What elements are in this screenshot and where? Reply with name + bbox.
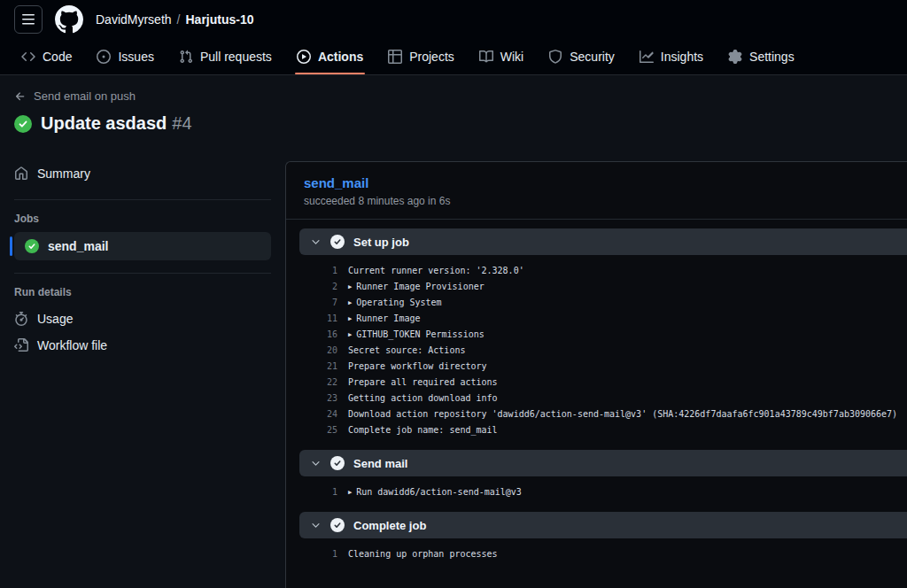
log-section-header[interactable]: Set up job	[299, 228, 907, 255]
tab-projects[interactable]: Projects	[379, 39, 463, 74]
log-section-title: Set up job	[353, 236, 409, 249]
back-to-workflow-link[interactable]: Send email on push	[14, 89, 271, 103]
hamburger-menu-button[interactable]	[14, 5, 43, 34]
tab-actions[interactable]: Actions	[288, 39, 372, 74]
sidebar-item-label: Summary	[37, 166, 90, 181]
run-title: Update asdasd	[41, 113, 167, 134]
log-section: Complete job 1Cleaning up orphan process…	[286, 512, 907, 574]
run-status-success-icon	[14, 115, 32, 133]
jobs-heading: Jobs	[14, 213, 271, 225]
expand-group-icon[interactable]: ▶	[348, 315, 352, 322]
step-success-icon	[330, 235, 345, 249]
line-number[interactable]: 7	[286, 298, 337, 307]
tab-wiki[interactable]: Wiki	[470, 39, 532, 74]
line-number[interactable]: 22	[286, 377, 337, 387]
home-icon	[14, 166, 28, 181]
code-icon	[21, 50, 35, 64]
tab-security[interactable]: Security	[539, 39, 624, 74]
tab-code[interactable]: Code	[12, 39, 81, 74]
line-number[interactable]: 1	[286, 549, 337, 559]
log-section: Set up job 1Current runner version: '2.3…	[286, 228, 907, 450]
log-text: ▶GITHUB_TOKEN Permissions	[348, 329, 485, 339]
line-number[interactable]: 21	[286, 361, 337, 371]
line-number[interactable]: 1	[286, 487, 337, 497]
line-number[interactable]: 23	[286, 393, 337, 403]
log-line: 20Secret source: Actions	[286, 342, 907, 358]
sidebar-item-label: Usage	[37, 312, 73, 326]
expand-group-icon[interactable]: ▶	[348, 283, 352, 290]
tab-label: Actions	[318, 50, 363, 64]
tab-issues[interactable]: Issues	[88, 39, 162, 74]
line-number[interactable]: 24	[286, 409, 337, 419]
sidebar-job-send-mail[interactable]: send_mail	[14, 232, 271, 260]
line-number[interactable]: 25	[286, 425, 337, 435]
log-line: 11▶Runner Image	[286, 310, 907, 326]
expand-group-icon[interactable]: ▶	[348, 489, 352, 496]
three-bars-icon	[21, 12, 35, 27]
log-text: ▶Run dawidd6/action-send-mail@v3	[348, 487, 522, 497]
sidebar-item-workflow-file[interactable]: Workflow file	[14, 332, 271, 359]
log-section: Send mail 1▶Run dawidd6/action-send-mail…	[286, 450, 907, 512]
log-text: Getting action download info	[348, 393, 498, 403]
sidebar-item-label: Workflow file	[37, 338, 107, 352]
log-sections: Set up job 1Current runner version: '2.3…	[286, 220, 907, 574]
job-title-link[interactable]: send_mail	[304, 175, 368, 190]
log-section-lines: 1▶Run dawidd6/action-send-mail@v3	[286, 476, 907, 512]
github-logo-icon[interactable]	[55, 5, 83, 34]
sidebar-item-summary[interactable]: Summary	[14, 160, 271, 187]
log-text: Prepare all required actions	[348, 377, 498, 387]
expand-group-icon[interactable]: ▶	[348, 331, 352, 338]
graph-icon	[640, 50, 654, 64]
line-number[interactable]: 2	[286, 282, 337, 291]
repo-nav: Code Issues Pull requests Actions Projec…	[0, 39, 907, 75]
log-section-header[interactable]: Send mail	[299, 450, 907, 476]
main-area: send_mail succeeded 8 minutes ago in 6s …	[285, 75, 907, 588]
tab-label: Settings	[749, 50, 795, 64]
play-icon	[297, 50, 311, 64]
stopwatch-icon	[14, 312, 28, 326]
tab-label: Insights	[661, 50, 703, 64]
tab-settings[interactable]: Settings	[719, 39, 803, 74]
log-section-header[interactable]: Complete job	[299, 512, 907, 538]
tab-label: Projects	[409, 50, 454, 64]
log-section-lines: 1Cleaning up orphan processes	[286, 538, 907, 574]
log-line: 22Prepare all required actions	[286, 374, 907, 390]
line-number[interactable]: 11	[286, 313, 337, 323]
log-text: ▶Runner Image	[348, 313, 420, 323]
expand-group-icon[interactable]: ▶	[348, 299, 352, 306]
log-line: 1Cleaning up orphan processes	[286, 545, 907, 561]
log-line: 25Complete job name: send_mail	[286, 422, 907, 437]
log-text: Cleaning up orphan processes	[348, 549, 498, 559]
tab-pull-requests[interactable]: Pull requests	[170, 39, 281, 74]
job-panel-header: send_mail succeeded 8 minutes ago in 6s	[286, 162, 907, 220]
run-details-heading: Run details	[14, 286, 271, 298]
gear-icon	[728, 50, 742, 64]
git-pull-request-icon	[179, 50, 193, 64]
tab-insights[interactable]: Insights	[631, 39, 712, 74]
tab-label: Security	[570, 50, 615, 64]
log-line: 21Prepare workflow directory	[286, 358, 907, 374]
step-success-icon	[330, 518, 345, 532]
content-area: Send email on push Update asdasd #4 Summ…	[0, 75, 907, 588]
sidebar-divider	[14, 199, 271, 200]
line-number[interactable]: 1	[286, 266, 337, 275]
job-success-icon	[25, 239, 39, 253]
log-line: 24Download action repository 'dawidd6/ac…	[286, 406, 907, 422]
run-number: #4	[172, 113, 191, 134]
line-number[interactable]: 16	[286, 329, 337, 339]
log-text: ▶Runner Image Provisioner	[348, 282, 485, 291]
job-name: send_mail	[48, 239, 108, 253]
line-number[interactable]: 20	[286, 345, 337, 355]
log-line: 23Getting action download info	[286, 390, 907, 406]
sidebar-item-usage[interactable]: Usage	[14, 306, 271, 332]
log-text: Current runner version: '2.328.0'	[348, 266, 524, 275]
breadcrumb-owner-link[interactable]: DavidMyrseth	[96, 12, 172, 27]
log-section-title: Complete job	[353, 519, 426, 532]
log-line: 7▶Operating System	[286, 294, 907, 310]
breadcrumb-repo-link[interactable]: Harjutus-10	[185, 12, 253, 27]
log-line: 1Current runner version: '2.328.0'	[286, 262, 907, 278]
step-success-icon	[330, 456, 345, 470]
log-line: 2▶Runner Image Provisioner	[286, 278, 907, 294]
tab-label: Code	[43, 50, 72, 64]
sidebar-divider	[14, 273, 271, 274]
